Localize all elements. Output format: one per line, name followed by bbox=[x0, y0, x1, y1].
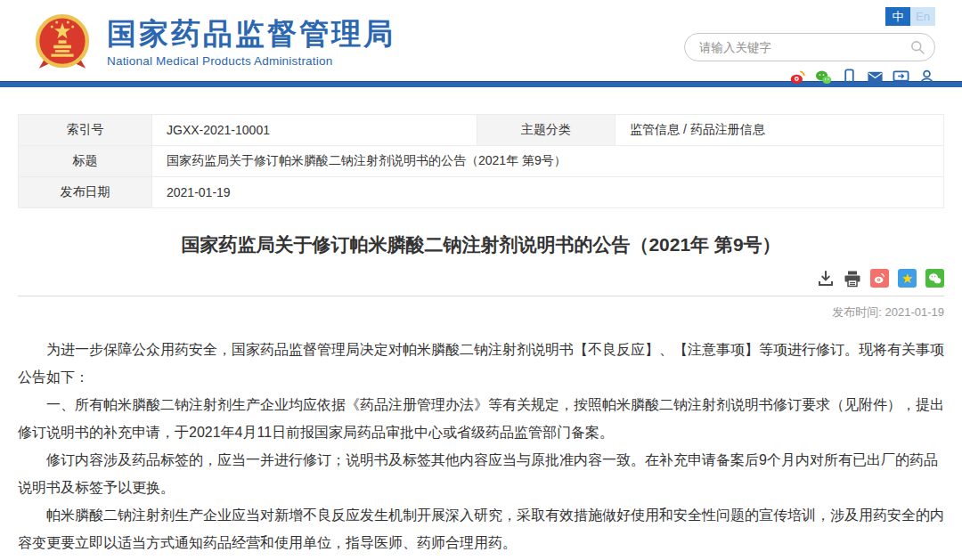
message-board-icon[interactable] bbox=[893, 69, 909, 85]
npma-website-page: 国家药品监督管理局 National Medical Products Admi… bbox=[0, 0, 962, 560]
mobile-icon[interactable] bbox=[841, 69, 858, 85]
meta-value-index: JGXX-2021-10001 bbox=[152, 115, 477, 146]
document-meta-table: 索引号 JGXX-2021-10001 主题分类 监管信息 / 药品注册信息 标… bbox=[18, 114, 944, 208]
site-brand[interactable]: 国家药品监督管理局 National Medical Products Admi… bbox=[30, 11, 395, 75]
meta-label-category: 主题分类 bbox=[477, 115, 616, 146]
language-toggle: 中 En bbox=[885, 7, 935, 26]
share-wechat-icon[interactable] bbox=[925, 269, 944, 288]
site-title[interactable]: 国家药品监督管理局 bbox=[107, 18, 395, 50]
meta-label-index: 索引号 bbox=[19, 115, 152, 146]
print-icon[interactable] bbox=[844, 270, 861, 288]
main-content: 索引号 JGXX-2021-10001 主题分类 监管信息 / 药品注册信息 标… bbox=[0, 114, 962, 560]
publish-time: 发布时间: 2021-01-19 bbox=[18, 304, 944, 321]
meta-value-date: 2021-01-19 bbox=[152, 177, 944, 208]
search-input[interactable] bbox=[697, 40, 909, 55]
meta-label-date: 发布日期 bbox=[19, 177, 152, 208]
national-emblem-logo bbox=[30, 11, 94, 75]
site-header: 国家药品监督管理局 National Medical Products Admi… bbox=[0, 0, 962, 81]
download-icon[interactable] bbox=[817, 270, 835, 288]
user-icon[interactable] bbox=[918, 69, 935, 85]
wechat-icon[interactable] bbox=[815, 69, 832, 85]
header-right: 中 En bbox=[684, 7, 935, 85]
publish-time-label: 发布时间: bbox=[832, 305, 882, 319]
table-row: 标题 国家药监局关于修订帕米膦酸二钠注射剂说明书的公告（2021年 第9号） bbox=[19, 146, 944, 177]
social-icon-row bbox=[789, 69, 935, 85]
site-title-block: 国家药品监督管理局 National Medical Products Admi… bbox=[107, 18, 395, 68]
meta-value-title: 国家药监局关于修订帕米膦酸二钠注射剂说明书的公告（2021年 第9号） bbox=[152, 146, 944, 177]
lang-en-button[interactable]: En bbox=[910, 7, 935, 26]
share-qzone-icon[interactable]: ★ bbox=[898, 269, 917, 288]
site-subtitle: National Medical Products Administration bbox=[107, 54, 395, 68]
paragraph: 为进一步保障公众用药安全，国家药品监督管理局决定对帕米膦酸二钠注射剂说明书【不良… bbox=[18, 336, 944, 391]
paragraph: 帕米膦酸二钠注射剂生产企业应当对新增不良反应发生机制开展深入研究，采取有效措施做… bbox=[18, 501, 944, 556]
table-row: 发布日期 2021-01-19 bbox=[19, 177, 944, 208]
publish-time-value: 2021-01-19 bbox=[885, 305, 945, 319]
table-row: 索引号 JGXX-2021-10001 主题分类 监管信息 / 药品注册信息 bbox=[19, 115, 944, 146]
paragraph: 修订内容涉及药品标签的，应当一并进行修订；说明书及标签其他内容应当与原批准内容一… bbox=[18, 446, 944, 501]
search-icon[interactable] bbox=[909, 39, 925, 55]
paragraph: 二、临床医师、药师应当仔细阅读帕米膦酸二钠注射剂说明书的修订内容，在选择用药时，… bbox=[18, 556, 944, 560]
weibo-icon[interactable] bbox=[789, 69, 806, 85]
share-weibo-icon[interactable] bbox=[870, 269, 889, 288]
lang-zh-button[interactable]: 中 bbox=[885, 7, 910, 26]
article-toolbar: ★ bbox=[18, 269, 944, 296]
meta-value-category: 监管信息 / 药品注册信息 bbox=[616, 115, 944, 146]
search-box[interactable] bbox=[684, 33, 935, 61]
mail-icon[interactable] bbox=[867, 69, 884, 85]
article-title: 国家药监局关于修订帕米膦酸二钠注射剂说明书的公告（2021年 第9号） bbox=[18, 232, 944, 257]
article-body: 为进一步保障公众用药安全，国家药品监督管理局决定对帕米膦酸二钠注射剂说明书【不良… bbox=[18, 336, 944, 560]
meta-label-title: 标题 bbox=[19, 146, 152, 177]
paragraph: 一、所有帕米膦酸二钠注射剂生产企业均应依据《药品注册管理办法》等有关规定，按照帕… bbox=[18, 391, 944, 446]
